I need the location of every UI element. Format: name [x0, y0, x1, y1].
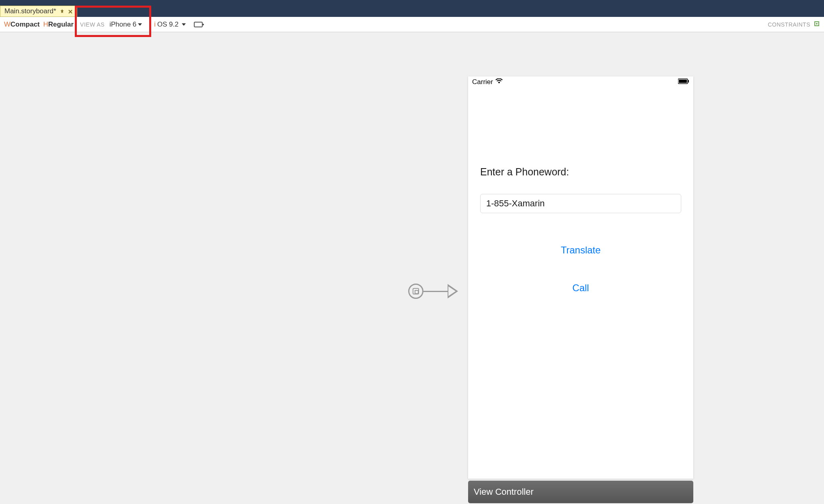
- view-as-label: VIEW AS: [80, 21, 105, 28]
- svg-rect-4: [688, 80, 689, 82]
- initial-view-controller-arrow[interactable]: [408, 284, 458, 299]
- document-tab-main-storyboard[interactable]: Main.storyboard*: [0, 6, 77, 17]
- call-button[interactable]: Call: [480, 282, 681, 294]
- device-selector-value: iPhone 6: [109, 21, 136, 29]
- svg-point-1: [816, 23, 818, 25]
- storyboard-canvas[interactable]: Carrier Enter a Phoneword: Translate Cal…: [0, 32, 824, 504]
- battery-icon: [678, 78, 689, 86]
- size-class-w-value: Compact: [10, 21, 40, 28]
- device-spacer: [480, 294, 681, 479]
- pin-icon[interactable]: [60, 7, 65, 15]
- designer-toolbar: WCompact HRegular VIEW AS iPhone 6 iOS 9…: [0, 17, 824, 32]
- chevron-down-icon: [138, 23, 142, 26]
- view-controller-bar[interactable]: View Controller: [468, 481, 693, 503]
- carrier-label: Carrier: [472, 78, 493, 86]
- size-class-h-value: Regular: [48, 21, 74, 28]
- constraints-icon[interactable]: [814, 21, 820, 28]
- window-title-bar: [0, 0, 824, 5]
- segue-source-circle: [408, 284, 423, 299]
- device-selector[interactable]: iPhone 6: [109, 21, 142, 29]
- document-tab-title: Main.storyboard*: [4, 7, 56, 15]
- view-controller-label: View Controller: [474, 487, 534, 497]
- device-body: Enter a Phoneword: Translate Call: [468, 88, 693, 479]
- ios-version-selector[interactable]: iOS 9.2: [152, 21, 186, 29]
- phoneword-label[interactable]: Enter a Phoneword:: [480, 166, 681, 178]
- constraints-label: CONSTRAINTS: [768, 21, 810, 28]
- tab-strip: Main.storyboard*: [0, 5, 824, 17]
- toolbar-right: CONSTRAINTS: [768, 21, 820, 28]
- svg-rect-3: [679, 80, 687, 83]
- size-class-w-prefix: W: [4, 21, 10, 28]
- device-preview[interactable]: Carrier Enter a Phoneword: Translate Cal…: [468, 76, 693, 479]
- phoneword-input[interactable]: [480, 194, 681, 213]
- status-bar-right: [678, 78, 689, 86]
- segue-line: [423, 291, 448, 292]
- size-class-selector[interactable]: WCompact HRegular: [4, 21, 74, 29]
- arrow-head-icon: [448, 284, 458, 298]
- status-bar-left: Carrier: [472, 78, 503, 86]
- storyboard-entry-icon: [413, 288, 419, 294]
- orientation-icon[interactable]: [194, 22, 203, 27]
- toolbar-left: WCompact HRegular VIEW AS iPhone 6 iOS 9…: [4, 21, 203, 29]
- size-class-h-prefix: H: [43, 21, 48, 28]
- wifi-icon: [495, 78, 503, 86]
- close-icon[interactable]: [68, 7, 73, 15]
- status-bar: Carrier: [468, 76, 693, 88]
- ios-prefix: i: [154, 21, 156, 29]
- chevron-down-icon: [182, 23, 186, 26]
- translate-button[interactable]: Translate: [480, 245, 681, 256]
- ios-version-value: OS 9.2: [157, 21, 179, 29]
